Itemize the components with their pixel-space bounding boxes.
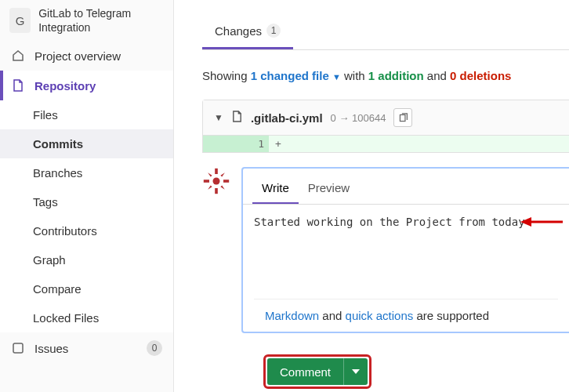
project-avatar: G — [9, 8, 31, 33]
comment-button-highlight: Comment — [263, 354, 371, 389]
new-line-gutter: 1 — [236, 136, 269, 152]
sidebar-item-compare[interactable]: Compare — [0, 274, 173, 303]
hint-and: and — [319, 309, 345, 322]
svg-rect-0 — [13, 343, 23, 353]
summary-with: with — [341, 69, 368, 82]
file-icon — [11, 78, 25, 93]
deletions-count: 0 deletions — [450, 69, 511, 82]
sidebar-item-graph[interactable]: Graph — [0, 245, 173, 274]
sidebar-item-branches[interactable]: Branches — [0, 158, 173, 187]
file-name[interactable]: .gitlab-ci.yml — [251, 111, 323, 125]
issues-badge: 0 — [147, 340, 162, 356]
markdown-link[interactable]: Markdown — [265, 309, 319, 322]
copy-path-button[interactable] — [393, 108, 412, 127]
tab-changes[interactable]: Changes 1 — [202, 14, 293, 49]
editor-tabs: Write Preview — [243, 169, 569, 205]
sidebar-item-tags[interactable]: Tags — [0, 187, 173, 216]
summary-and: and — [424, 69, 450, 82]
file-doc-icon — [231, 111, 243, 125]
comment-box: Write Preview Started working on the Pro… — [241, 167, 569, 333]
repository-subnav: Files Commits Branches Tags Contributors… — [0, 100, 173, 332]
svg-marker-6 — [208, 172, 212, 176]
home-icon — [11, 49, 25, 63]
comment-button-label: Comment — [267, 365, 343, 379]
svg-rect-5 — [223, 180, 229, 183]
issues-icon — [11, 341, 25, 355]
svg-marker-8 — [208, 185, 212, 189]
svg-rect-4 — [204, 180, 209, 183]
svg-point-10 — [213, 178, 220, 185]
comment-area: Write Preview Started working on the Pro… — [202, 167, 569, 333]
nav-label: Project overview — [34, 49, 121, 63]
comment-textarea[interactable]: Started working on the Project from toda… — [243, 205, 569, 299]
nav-issues[interactable]: Issues 0 — [0, 332, 173, 364]
project-title: GitLab to Telegram Integration — [38, 6, 164, 34]
diff-line: 1 + — [203, 136, 569, 152]
main-content: Changes 1 Showing 1 changed file ▼ with … — [174, 0, 569, 392]
project-header[interactable]: G GitLab to Telegram Integration — [0, 0, 173, 41]
diff-summary: Showing 1 changed file ▼ with 1 addition… — [202, 69, 569, 82]
file-mode: 0 → 100644 — [331, 112, 386, 124]
svg-rect-3 — [215, 188, 218, 194]
summary-prefix: Showing — [202, 69, 251, 82]
tab-preview[interactable]: Preview — [299, 173, 359, 204]
nav-project-overview[interactable]: Project overview — [0, 41, 173, 71]
collapse-chevron-icon[interactable]: ▼ — [214, 112, 223, 123]
additions-count: 1 addition — [368, 69, 424, 82]
svg-rect-1 — [400, 114, 405, 121]
user-avatar — [202, 167, 230, 195]
changed-files-link[interactable]: 1 changed file — [251, 69, 329, 82]
tab-write[interactable]: Write — [252, 173, 299, 204]
markdown-hint: Markdown and quick actions are supported — [254, 299, 558, 332]
svg-rect-2 — [215, 169, 218, 174]
diff-plus: + — [269, 136, 288, 152]
old-line-gutter — [203, 136, 236, 152]
sidebar-item-commits[interactable]: Commits — [0, 129, 173, 158]
file-header: ▼ .gitlab-ci.yml 0 → 100644 — [203, 100, 569, 136]
sidebar-item-contributors[interactable]: Contributors — [0, 216, 173, 245]
svg-marker-9 — [220, 185, 224, 189]
changes-count: 1 — [266, 24, 281, 38]
nav-label: Issues — [34, 342, 68, 355]
comment-button[interactable]: Comment — [267, 358, 368, 385]
comment-dropdown-toggle[interactable] — [343, 358, 368, 385]
svg-marker-7 — [220, 172, 224, 176]
quick-actions-link[interactable]: quick actions — [346, 309, 414, 322]
hint-supported: are supported — [413, 309, 489, 322]
commit-tabs: Changes 1 — [202, 14, 569, 50]
tab-label: Changes — [215, 24, 262, 38]
nav-repository[interactable]: Repository — [0, 71, 173, 100]
sidebar-item-locked-files[interactable]: Locked Files — [0, 303, 173, 332]
chevron-down-icon[interactable]: ▼ — [332, 72, 341, 82]
sidebar: G GitLab to Telegram Integration Project… — [0, 0, 174, 392]
sidebar-item-files[interactable]: Files — [0, 100, 173, 129]
nav-label: Repository — [34, 79, 96, 93]
file-diff-block: ▼ .gitlab-ci.yml 0 → 100644 1 + — [202, 100, 569, 153]
